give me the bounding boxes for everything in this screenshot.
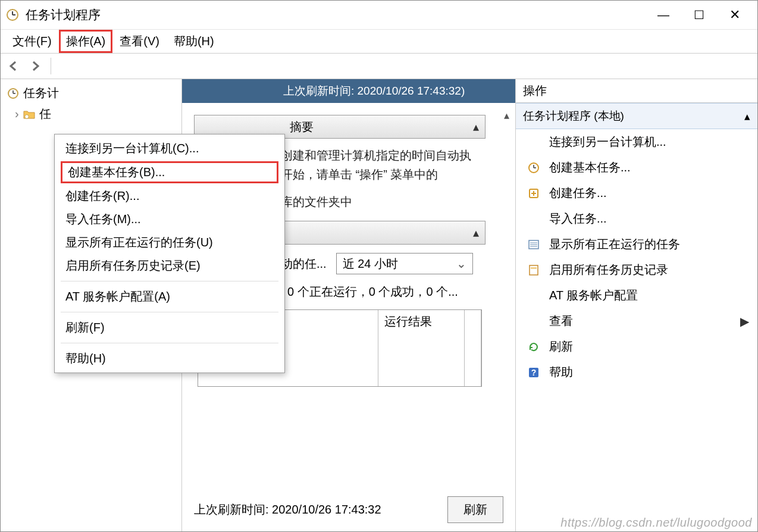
window-controls: — ☐ ✕ [646, 1, 753, 29]
collapse-icon: ▴ [744, 109, 750, 123]
close-button[interactable]: ✕ [717, 1, 753, 29]
back-button[interactable] [5, 58, 22, 74]
menu-item-1[interactable]: 创建基本任务(B)... [61, 161, 278, 183]
clock-icon [527, 161, 541, 175]
none-icon [527, 289, 541, 303]
action-label: 创建基本任务... [549, 159, 631, 176]
list-icon [527, 237, 541, 252]
action-创建任务...[interactable]: 创建任务... [516, 180, 757, 206]
action-查看[interactable]: 查看▶ [516, 308, 757, 334]
form-icon [527, 263, 541, 277]
svg-rect-16 [531, 267, 537, 269]
tree-root-label: 任务计 [23, 85, 59, 101]
svg-text:?: ? [531, 368, 537, 377]
action-label: 创建任务... [549, 185, 607, 201]
body: 任务计 › 任 上次刷新时间: 2020/10/26 17:43:32) 摘要 … [1, 79, 757, 531]
actions-pane: 操作 任务计划程序 (本地) ▴ 连接到另一台计算机...创建基本任务...创建… [516, 79, 757, 531]
menu-item-0[interactable]: 连接到另一台计算机(C)... [55, 137, 284, 160]
titlebar: 任务计划程序 — ☐ ✕ [1, 1, 757, 29]
action-label: 刷新 [549, 339, 573, 355]
status-strip: 上次刷新时间: 2020/10/26 17:43:32) [182, 79, 515, 103]
menu-item-6[interactable]: AT 服务帐户配置(A) [55, 285, 284, 308]
forward-button[interactable] [27, 58, 43, 74]
tree-child-label: 任 [39, 106, 51, 122]
minimize-button[interactable]: — [646, 1, 681, 29]
menu-separator [61, 281, 278, 281]
actions-title: 操作 [516, 79, 757, 103]
none-icon [527, 314, 541, 328]
menu-item-8[interactable]: 帮助(H) [55, 347, 284, 370]
menu-file[interactable]: 文件(F) [5, 30, 59, 53]
maximize-button[interactable]: ☐ [681, 1, 717, 29]
clock-icon [7, 87, 20, 100]
svg-point-6 [24, 114, 29, 118]
action-创建基本任务...[interactable]: 创建基本任务... [516, 155, 757, 180]
menu-help[interactable]: 帮助(H) [167, 30, 221, 53]
action-AT 服务帐户配置[interactable]: AT 服务帐户配置 [516, 283, 757, 308]
scroll-up-icon[interactable]: ▴ [504, 109, 509, 122]
action-启用所有任务历史记录[interactable]: 启用所有任务历史记录 [516, 257, 757, 283]
new-icon [527, 186, 541, 201]
menu-separator [61, 343, 278, 343]
app-window: 任务计划程序 — ☐ ✕ 文件(F) 操作(A) 查看(V) 帮助(H) 任务计 [0, 0, 758, 532]
menu-item-7[interactable]: 刷新(F) [55, 316, 284, 339]
col-extra[interactable] [465, 310, 481, 386]
action-显示所有正在运行的任务[interactable]: 显示所有正在运行的任务 [516, 231, 757, 257]
svg-rect-15 [530, 265, 538, 275]
center-footer: 上次刷新时间: 2020/10/26 17:43:32 刷新 [182, 487, 515, 531]
action-label: AT 服务帐户配置 [549, 287, 638, 303]
action-label: 启用所有任务历史记录 [549, 262, 668, 278]
combo-value: 近 24 小时 [343, 256, 398, 272]
menu-item-3[interactable]: 导入任务(M)... [55, 208, 284, 231]
help-icon: ? [527, 365, 541, 380]
action-连接到另一台计算机...[interactable]: 连接到另一台计算机... [516, 129, 757, 155]
none-icon [527, 212, 541, 226]
action-label: 导入任务... [549, 211, 607, 227]
menu-view[interactable]: 查看(V) [112, 30, 167, 53]
action-帮助[interactable]: ?帮助 [516, 359, 757, 385]
time-range-combo[interactable]: 近 24 小时 ⌄ [336, 253, 473, 274]
chevron-right-icon: ▶ [740, 314, 749, 328]
overview-header-tail: 摘要 [290, 119, 314, 135]
actions-group-head[interactable]: 任务计划程序 (本地) ▴ [516, 103, 757, 129]
window-title: 任务计划程序 [26, 7, 646, 23]
folder-icon [23, 108, 36, 121]
toolbar [1, 53, 757, 79]
action-label: 查看 [549, 313, 573, 329]
refresh-icon [527, 340, 541, 354]
action-导入任务...[interactable]: 导入任务... [516, 206, 757, 231]
menu-item-4[interactable]: 显示所有正在运行的任务(U) [55, 231, 284, 254]
menu-item-2[interactable]: 创建任务(R)... [55, 184, 284, 208]
actions-list: 连接到另一台计算机...创建基本任务...创建任务...导入任务...显示所有正… [516, 129, 757, 385]
menu-action[interactable]: 操作(A) [59, 30, 113, 53]
action-刷新[interactable]: 刷新 [516, 334, 757, 359]
toolbar-separator [51, 58, 51, 74]
action-menu-dropdown: 连接到另一台计算机(C)...创建基本任务(B)...创建任务(R)...导入任… [54, 134, 285, 373]
menu-separator [61, 312, 278, 312]
caret-icon: ▴ [473, 120, 479, 134]
last-refresh-label: 上次刷新时间: 2020/10/26 17:43:32 [194, 502, 381, 518]
expand-icon[interactable]: › [15, 107, 19, 121]
none-icon [527, 135, 541, 149]
scrollbar[interactable]: ▴ [497, 103, 515, 487]
app-icon [5, 8, 20, 22]
menu-item-5[interactable]: 启用所有任务历史记录(E) [55, 254, 284, 277]
action-label: 连接到另一台计算机... [549, 134, 666, 150]
tree-root[interactable]: 任务计 [1, 83, 181, 104]
action-label: 帮助 [549, 364, 573, 380]
caret-icon: ▴ [473, 226, 479, 240]
col-run-result[interactable]: 运行结果 [378, 310, 465, 386]
refresh-button[interactable]: 刷新 [447, 496, 503, 523]
chevron-down-icon: ⌄ [456, 256, 466, 271]
menubar: 文件(F) 操作(A) 查看(V) 帮助(H) [1, 29, 757, 53]
tree-child[interactable]: › 任 [1, 104, 181, 124]
action-label: 显示所有正在运行的任务 [549, 236, 680, 252]
